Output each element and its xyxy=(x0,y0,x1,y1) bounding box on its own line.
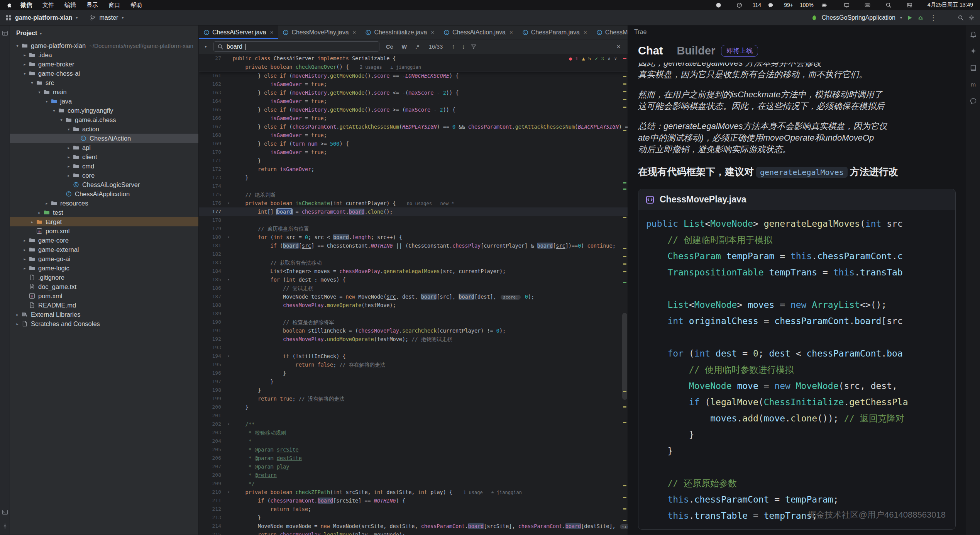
fold-marker[interactable] xyxy=(224,369,233,377)
code-line[interactable]: // 检查是否解除将军 xyxy=(233,318,628,326)
fold-marker[interactable] xyxy=(224,190,233,199)
project-tree-item[interactable]: ▾src xyxy=(10,78,198,87)
tree-chevron-icon[interactable]: ▸ xyxy=(14,322,21,326)
project-tree-item[interactable]: ▾com.yingyangfly xyxy=(10,106,198,115)
fold-marker[interactable] xyxy=(224,122,233,131)
fold-marker[interactable] xyxy=(224,182,233,190)
code-line[interactable]: * xyxy=(233,437,628,445)
code-line[interactable]: ChessParam tempParam = this.chessParamCo… xyxy=(646,248,948,264)
code-line[interactable] xyxy=(233,343,628,352)
project-tree-item[interactable]: ▸game-external xyxy=(10,245,198,254)
code-line[interactable]: } else if (turn_num >= 500) { xyxy=(233,139,628,148)
search-everywhere-button[interactable] xyxy=(958,15,964,21)
status-item[interactable] xyxy=(907,2,921,8)
regex-toggle[interactable]: .* xyxy=(413,43,421,51)
code-line[interactable]: * @return xyxy=(233,471,628,479)
tree-chevron-icon[interactable]: ▸ xyxy=(43,201,50,206)
status-item[interactable]: 99+ xyxy=(768,2,793,8)
status-item[interactable]: 100% xyxy=(800,2,814,8)
chat-scroll-area[interactable]: 因此，generateLegalMoves 方法本身并不会修改真实棋盘，因为它只… xyxy=(628,63,966,535)
code-line[interactable]: return false; xyxy=(233,505,628,513)
fold-marker[interactable] xyxy=(224,139,233,148)
code-line[interactable] xyxy=(646,459,948,475)
code-line[interactable]: return true; // 没有解将的走法 xyxy=(233,394,628,403)
editor-tab[interactable]: CChessInitialize.java× xyxy=(361,25,439,39)
code-line[interactable]: } else if (moveHistory.getMoveNode().sco… xyxy=(233,71,628,80)
menubar-item[interactable]: 帮助 xyxy=(130,2,142,9)
status-item[interactable] xyxy=(885,2,900,8)
terminal-tool-icon[interactable] xyxy=(2,509,8,515)
code-line[interactable]: this.chessParamCont = tempParam; xyxy=(646,491,948,508)
status-item[interactable] xyxy=(716,2,730,8)
next-match-button[interactable]: ↓ xyxy=(460,43,466,50)
project-tree-item[interactable]: ▸game-core xyxy=(10,236,198,245)
project-tree-item[interactable]: ▸client xyxy=(10,152,198,161)
menubar-app-name[interactable]: 微信 xyxy=(20,2,32,9)
run-button[interactable] xyxy=(907,15,913,21)
code-line[interactable] xyxy=(233,182,628,190)
code-line[interactable]: isGameOver = true; xyxy=(233,131,628,139)
close-tab-icon[interactable]: × xyxy=(431,29,434,36)
status-item[interactable] xyxy=(820,2,837,8)
code-line[interactable]: public List<MoveNode> generateLegalMoves… xyxy=(646,216,948,232)
fold-marker[interactable] xyxy=(224,80,233,88)
tree-chevron-icon[interactable]: ▾ xyxy=(51,109,58,113)
tree-chevron-icon[interactable]: ▸ xyxy=(21,238,28,243)
code-line[interactable]: * 校验移动规则 xyxy=(233,428,628,437)
fold-marker[interactable] xyxy=(224,148,233,156)
code-line[interactable]: if (!stillInCheck) { xyxy=(233,352,628,360)
project-tree-item[interactable]: mpom.xml xyxy=(10,226,198,236)
fold-marker[interactable] xyxy=(224,88,233,97)
editor-tab[interactable]: CChessMovePlay.java× xyxy=(278,25,361,39)
code-line[interactable]: MoveNode testMove = new MoveNode(src, de… xyxy=(233,292,628,301)
fold-marker[interactable] xyxy=(224,471,233,479)
tab-chat[interactable]: Chat xyxy=(638,44,663,57)
mletter-tool-icon[interactable]: m xyxy=(970,81,977,88)
code-line[interactable]: for (int src = 0; src < board.length; sr… xyxy=(233,233,628,241)
fold-marker[interactable] xyxy=(224,411,233,420)
tree-chevron-icon[interactable]: ▾ xyxy=(29,81,36,85)
code-line[interactable]: // 创建临时副本用于模拟 xyxy=(646,232,948,248)
tree-chevron-icon[interactable]: ▸ xyxy=(65,146,72,150)
fold-marker[interactable] xyxy=(224,224,233,233)
code-line[interactable]: moves.add(move.clone()); // 返回克隆对 xyxy=(646,410,948,426)
fold-marker[interactable] xyxy=(224,63,233,71)
fold-marker[interactable] xyxy=(224,505,233,513)
code-line[interactable]: } xyxy=(233,173,628,182)
commit-tool-icon[interactable] xyxy=(2,523,8,529)
tree-chevron-icon[interactable]: ▾ xyxy=(36,90,43,94)
code-line[interactable]: return false; // 存在解将的走法 xyxy=(233,360,628,369)
project-tree-item[interactable]: ▸.idea xyxy=(10,50,198,59)
fold-marker[interactable]: ▾ xyxy=(224,199,233,207)
project-tree-item[interactable]: CChessAiAction xyxy=(10,134,198,143)
fold-marker[interactable] xyxy=(224,71,233,80)
fold-marker[interactable] xyxy=(224,403,233,411)
fold-marker[interactable] xyxy=(224,131,233,139)
fold-marker[interactable]: ▾ xyxy=(224,275,233,284)
project-tool-icon[interactable] xyxy=(2,30,8,36)
code-line[interactable]: } xyxy=(233,156,628,165)
code-line[interactable]: TranspositionTable tempTrans = this.tran… xyxy=(646,264,948,280)
fold-marker[interactable] xyxy=(224,394,233,403)
fold-marker[interactable] xyxy=(224,522,233,530)
project-tree-item[interactable]: ▸core xyxy=(10,171,198,180)
fold-marker[interactable] xyxy=(224,173,233,182)
run-config-selector[interactable]: ChessGoSpringApplication xyxy=(822,14,895,21)
fold-marker[interactable] xyxy=(224,530,233,535)
fold-marker[interactable] xyxy=(224,318,233,326)
search-input[interactable]: board xyxy=(213,41,379,52)
code-line[interactable] xyxy=(233,250,628,258)
code-line[interactable]: chessMovePlay.moveOperate(testMove); xyxy=(233,301,628,309)
tree-chevron-icon[interactable]: ▸ xyxy=(65,155,72,159)
project-tree-item[interactable]: ▸resources xyxy=(10,199,198,208)
project-tree-item[interactable]: README.md xyxy=(10,301,198,310)
status-item[interactable] xyxy=(844,2,858,8)
code-line[interactable]: boolean stillInCheck = (chessMovePlay.se… xyxy=(233,326,628,335)
editor-tab[interactable]: CChessParam.java× xyxy=(518,25,592,39)
code-line[interactable]: List<Integer> moves = chessMovePlay.gene… xyxy=(233,267,628,275)
fold-marker[interactable]: ▾ xyxy=(224,488,233,496)
fold-marker[interactable] xyxy=(224,360,233,369)
code-line[interactable]: } else if (moveHistory.getMoveNode().sco… xyxy=(233,88,628,97)
branch-selector[interactable]: master xyxy=(100,14,118,21)
code-line[interactable]: } xyxy=(646,443,948,459)
